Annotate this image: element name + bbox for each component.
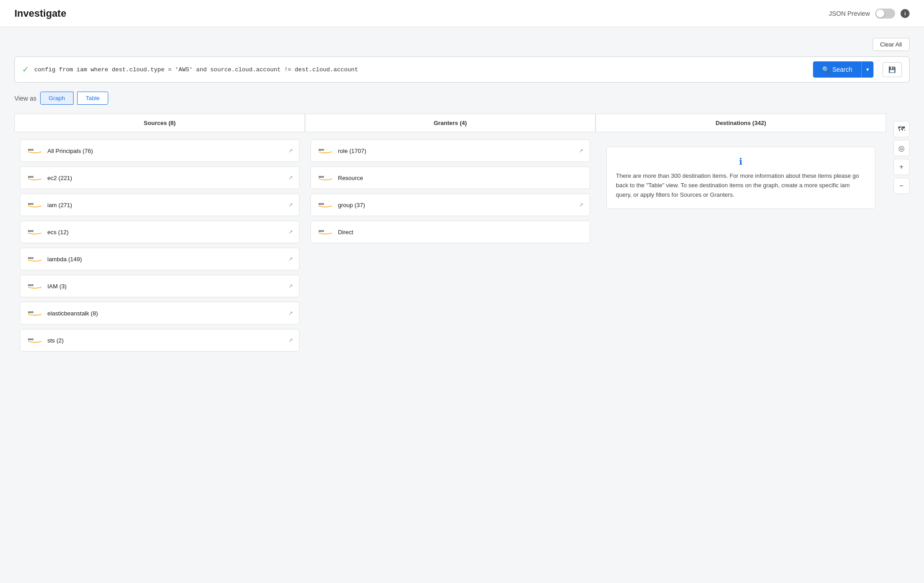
- expand-icon[interactable]: ↗: [288, 148, 293, 154]
- expand-icon[interactable]: ↗: [288, 256, 293, 262]
- destinations-info-box: ℹ There are more than 300 destination it…: [606, 147, 875, 209]
- list-item[interactable]: aws iam (271) ↗: [20, 194, 300, 216]
- expand-icon[interactable]: ↗: [288, 202, 293, 208]
- search-dropdown-button[interactable]: ▾: [861, 61, 873, 78]
- svg-text:aws: aws: [319, 148, 324, 151]
- svg-text:aws: aws: [319, 202, 324, 205]
- clear-all-button[interactable]: Clear All: [873, 38, 910, 51]
- expand-icon[interactable]: ↗: [288, 229, 293, 235]
- svg-text:aws: aws: [319, 229, 324, 232]
- list-item[interactable]: aws ec2 (221) ↗: [20, 167, 300, 189]
- toggle-knob: [876, 9, 884, 18]
- node-label: Resource: [338, 175, 583, 181]
- aws-logo-icon: aws: [317, 199, 333, 210]
- zoom-out-button[interactable]: −: [893, 178, 910, 194]
- node-label: ec2 (221): [47, 175, 284, 181]
- query-valid-icon: ✓: [22, 65, 29, 74]
- list-item[interactable]: aws role (1707) ↗: [310, 139, 590, 162]
- save-query-button[interactable]: 💾: [882, 62, 902, 77]
- expand-icon[interactable]: ↗: [288, 283, 293, 289]
- node-label: Direct: [338, 229, 583, 236]
- graph-container: Sources (8) Granters (4) Destinations (3…: [14, 114, 910, 359]
- toolbar-top: Clear All: [14, 38, 910, 51]
- expand-icon[interactable]: ↗: [288, 175, 293, 181]
- node-label: lambda (149): [47, 256, 284, 263]
- svg-text:aws: aws: [28, 310, 34, 314]
- zoom-out-icon: −: [899, 182, 903, 190]
- svg-text:aws: aws: [28, 148, 34, 151]
- tab-graph[interactable]: Graph: [40, 92, 74, 105]
- aws-logo-icon: aws: [27, 281, 43, 292]
- query-bar: ✓ config from iam where dest.cloud.type …: [14, 56, 910, 83]
- node-label: elasticbeanstalk (8): [47, 310, 284, 317]
- zoom-in-button[interactable]: +: [893, 159, 910, 175]
- info-icon[interactable]: i: [901, 9, 910, 18]
- list-item[interactable]: aws All Principals (76) ↗: [20, 139, 300, 162]
- view-as-label: View as: [14, 95, 37, 102]
- list-item[interactable]: aws group (37) ↗: [310, 194, 590, 216]
- svg-text:aws: aws: [28, 229, 34, 232]
- expand-icon[interactable]: ↗: [579, 202, 583, 208]
- expand-icon[interactable]: ↗: [579, 148, 583, 154]
- node-label: IAM (3): [47, 283, 284, 290]
- aws-logo-icon: aws: [27, 227, 43, 237]
- node-label: role (1707): [338, 148, 574, 154]
- info-circle-icon: ℹ: [616, 156, 866, 167]
- page-title: Investigate: [14, 8, 66, 19]
- sources-column: aws All Principals (76) ↗ aws: [14, 132, 305, 359]
- json-preview-label: JSON Preview: [829, 10, 870, 17]
- list-item[interactable]: aws lambda (149) ↗: [20, 248, 300, 270]
- search-button[interactable]: 🔍 Search: [813, 61, 861, 78]
- view-as-bar: View as Graph Table: [14, 92, 910, 105]
- map-controls: 🗺 ◎ + −: [893, 114, 910, 359]
- list-item[interactable]: aws sts (2) ↗: [20, 329, 300, 352]
- zoom-in-icon: +: [899, 163, 903, 171]
- main-content: Clear All ✓ config from iam where dest.c…: [0, 27, 924, 370]
- destinations-column: ℹ There are more than 300 destination it…: [596, 132, 886, 223]
- destinations-info-text: There are more than 300 destination item…: [616, 171, 866, 199]
- map-icon: 🗺: [898, 125, 905, 133]
- aws-logo-icon: aws: [27, 254, 43, 264]
- aws-logo-icon: aws: [317, 172, 333, 183]
- svg-text:aws: aws: [28, 256, 34, 259]
- list-item[interactable]: aws ecs (12) ↗: [20, 221, 300, 243]
- graph-inner: Sources (8) Granters (4) Destinations (3…: [14, 114, 886, 359]
- svg-text:aws: aws: [28, 283, 34, 287]
- node-label: sts (2): [47, 337, 284, 344]
- col-header-destinations: Destinations (342): [596, 114, 886, 132]
- col-header-sources: Sources (8): [14, 114, 305, 132]
- map-view-button[interactable]: 🗺: [893, 121, 910, 137]
- svg-text:aws: aws: [319, 175, 324, 178]
- aws-logo-icon: aws: [27, 145, 43, 156]
- search-button-group: 🔍 Search ▾: [813, 61, 873, 78]
- expand-icon[interactable]: ↗: [288, 310, 293, 316]
- node-label: group (37): [338, 202, 574, 208]
- col-header-granters: Granters (4): [305, 114, 596, 132]
- query-input[interactable]: config from iam where dest.cloud.type = …: [34, 66, 808, 73]
- json-preview-toggle[interactable]: [875, 9, 895, 19]
- aws-logo-icon: aws: [27, 335, 43, 346]
- locate-button[interactable]: ◎: [893, 140, 910, 156]
- list-item[interactable]: aws Direct: [310, 221, 590, 243]
- list-item[interactable]: aws elasticbeanstalk (8) ↗: [20, 302, 300, 324]
- aws-logo-icon: aws: [27, 172, 43, 183]
- aws-logo-icon: aws: [317, 145, 333, 156]
- node-label: iam (271): [47, 202, 284, 208]
- aws-logo-icon: aws: [27, 199, 43, 210]
- expand-icon[interactable]: ↗: [288, 337, 293, 343]
- header-right: JSON Preview i: [829, 9, 910, 19]
- aws-logo-icon: aws: [317, 227, 333, 237]
- list-item[interactable]: aws IAM (3) ↗: [20, 275, 300, 297]
- app-header: Investigate JSON Preview i: [0, 0, 924, 27]
- tab-table[interactable]: Table: [77, 92, 108, 105]
- save-icon: 💾: [888, 66, 896, 73]
- search-icon: 🔍: [822, 66, 830, 73]
- node-label: ecs (12): [47, 229, 284, 236]
- columns-body: aws All Principals (76) ↗ aws: [14, 132, 886, 359]
- aws-logo-icon: aws: [27, 308, 43, 319]
- list-item[interactable]: aws Resource: [310, 167, 590, 189]
- svg-text:aws: aws: [28, 175, 34, 178]
- columns-header: Sources (8) Granters (4) Destinations (3…: [14, 114, 886, 132]
- granters-column: aws role (1707) ↗ aws Re: [305, 132, 596, 250]
- columns-wrapper: aws All Principals (76) ↗ aws: [14, 132, 886, 359]
